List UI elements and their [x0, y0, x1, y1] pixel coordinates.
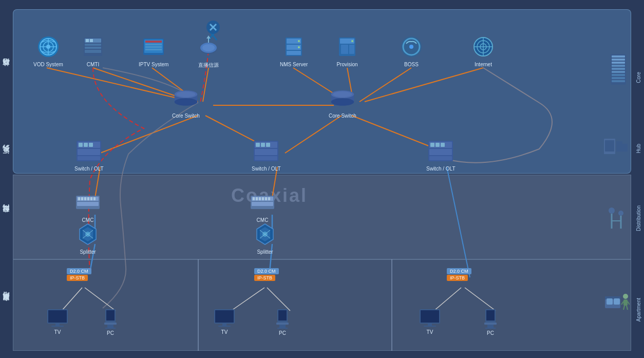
svg-rect-153: [276, 323, 289, 325]
svg-rect-176: [605, 140, 614, 152]
svg-rect-164: [485, 328, 496, 329]
svg-rect-163: [487, 325, 494, 328]
distribution-label: 分配网: [0, 175, 11, 259]
svg-point-60: [298, 40, 300, 42]
olt-2-icon: Switch / OLT: [252, 138, 281, 172]
svg-point-79: [176, 91, 195, 97]
provision-label: Provision: [336, 62, 357, 67]
main-diagram: 核心网 汇机房 分配网 家庭网络 Coaxial: [0, 0, 644, 358]
svg-rect-105: [441, 143, 445, 147]
svg-rect-120: [259, 197, 261, 200]
svg-point-84: [333, 91, 352, 97]
svg-rect-87: [78, 149, 100, 155]
nms-label: NMS Server: [280, 62, 308, 67]
svg-marker-52: [206, 35, 211, 39]
svg-point-61: [298, 46, 300, 48]
right-distribution-icon: [607, 203, 630, 233]
ipstb-3-badge: IP-STB: [447, 275, 468, 281]
svg-line-190: [621, 302, 623, 305]
tv-3-label: TV: [427, 329, 433, 335]
svg-rect-149: [222, 324, 226, 326]
svg-rect-157: [421, 310, 439, 323]
svg-point-68: [409, 45, 413, 49]
svg-rect-110: [81, 197, 83, 200]
ipstb-1-badge: IP-STB: [67, 275, 88, 281]
core-switch-2-label: Core Switch: [329, 113, 356, 119]
svg-rect-171: [612, 71, 625, 73]
svg-rect-46: [145, 46, 162, 48]
svg-rect-91: [89, 143, 93, 147]
svg-rect-174: [612, 80, 625, 82]
vod-label: VOD System: [33, 62, 63, 67]
right-hub-label: Hub: [636, 144, 641, 153]
svg-rect-95: [255, 156, 277, 160]
svg-rect-152: [278, 310, 287, 321]
svg-rect-47: [145, 49, 162, 50]
provision-icon: Provision: [334, 33, 361, 67]
svg-rect-189: [623, 299, 628, 306]
svg-rect-88: [78, 156, 100, 160]
svg-line-193: [627, 306, 628, 310]
svg-rect-90: [84, 143, 88, 147]
svg-point-50: [202, 44, 215, 51]
svg-rect-139: [48, 310, 67, 323]
svg-rect-113: [90, 197, 92, 200]
core-switch-1-label: Core Switch: [172, 113, 200, 119]
d2cm-2-badge: D2.0 CM: [254, 268, 279, 274]
olt-1-icon: Switch / OLT: [74, 138, 104, 172]
cmti-icon: CMTI: [80, 33, 106, 67]
right-apartment-label: Apartment: [636, 298, 641, 322]
svg-rect-108: [77, 202, 99, 206]
svg-rect-101: [429, 149, 452, 155]
svg-rect-119: [256, 197, 258, 200]
right-distribution-label: Distribution: [636, 205, 641, 231]
svg-rect-38: [85, 47, 101, 49]
svg-rect-178: [622, 144, 628, 152]
core-switch-2-icon: Core Switch: [329, 85, 356, 119]
svg-rect-65: [349, 45, 354, 54]
boss-icon: BOSS: [398, 33, 425, 67]
olt-1-label: Switch / OLT: [74, 166, 104, 172]
svg-rect-64: [341, 45, 348, 54]
svg-rect-94: [255, 149, 277, 155]
svg-rect-114: [93, 197, 96, 200]
svg-rect-103: [430, 143, 434, 147]
svg-rect-170: [612, 68, 625, 70]
ipstb-2-badge: IP-STB: [254, 275, 275, 281]
cmc-2-icon: CMC: [249, 189, 276, 223]
svg-rect-41: [90, 39, 93, 42]
tv-1-label: TV: [54, 329, 61, 335]
svg-rect-37: [85, 44, 101, 46]
svg-rect-162: [484, 323, 497, 325]
svg-rect-173: [612, 77, 625, 79]
olt-2-label: Switch / OLT: [252, 166, 281, 172]
svg-rect-148: [215, 310, 234, 323]
svg-rect-186: [607, 298, 613, 305]
home-divider-1: [198, 259, 199, 351]
cmti-label: CMTI: [87, 62, 99, 67]
d2cm-3-item: D2.0 CM IP-STB: [447, 268, 471, 281]
d2cm-1-item: D2.0 CM IP-STB: [67, 268, 91, 281]
svg-point-82: [331, 98, 354, 106]
svg-rect-140: [55, 324, 60, 326]
splitter-2-icon: Splitter: [252, 221, 278, 255]
broken-connection-icon: [205, 20, 221, 35]
svg-rect-117: [252, 202, 273, 206]
svg-point-66: [351, 40, 353, 42]
svg-rect-111: [84, 197, 86, 200]
pc-3-icon: PC: [480, 308, 501, 336]
svg-rect-150: [218, 326, 231, 327]
svg-rect-158: [428, 324, 432, 326]
svg-rect-169: [612, 65, 625, 67]
svg-rect-112: [87, 197, 89, 200]
svg-rect-44: [145, 41, 162, 43]
vod-system-icon: VOD System: [33, 33, 63, 67]
svg-rect-59: [287, 51, 301, 55]
svg-rect-96: [256, 143, 260, 147]
right-apartment-icon: [604, 290, 630, 313]
svg-rect-167: [612, 59, 625, 61]
svg-rect-98: [266, 143, 270, 147]
svg-rect-144: [104, 323, 117, 325]
boss-label: BOSS: [404, 62, 419, 67]
olt-3-label: Switch / OLT: [426, 166, 456, 172]
